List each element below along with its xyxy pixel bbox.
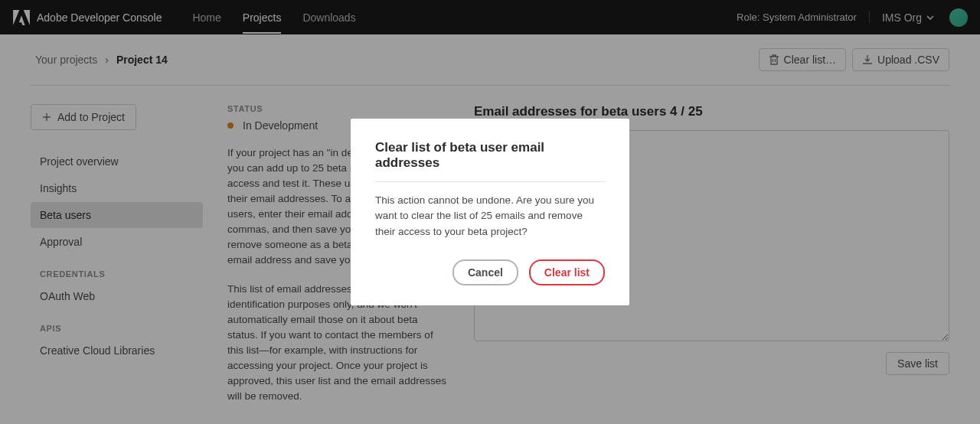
modal-actions: Cancel Clear list	[375, 259, 605, 285]
modal-body: This action cannot be undone. Are you su…	[375, 193, 605, 240]
clear-list-modal: Clear list of beta user email addresses …	[351, 119, 629, 305]
cancel-button[interactable]: Cancel	[452, 259, 518, 285]
confirm-clear-button[interactable]: Clear list	[529, 259, 605, 285]
modal-title: Clear list of beta user email addresses	[375, 140, 605, 182]
modal-overlay[interactable]: Clear list of beta user email addresses …	[0, 0, 980, 424]
